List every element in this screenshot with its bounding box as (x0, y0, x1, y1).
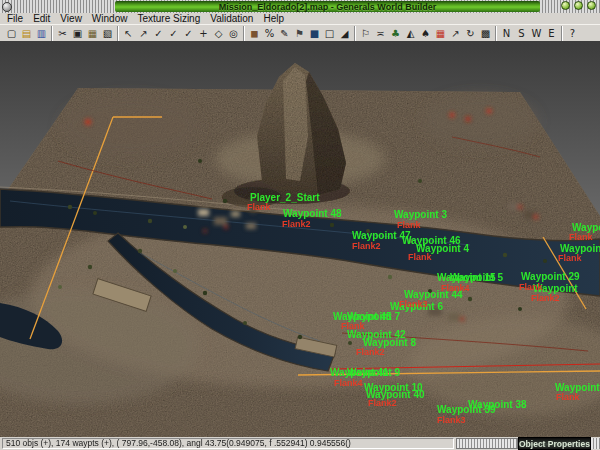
team-label[interactable]: Flank (519, 282, 543, 292)
copy-button[interactable]: ▣ (70, 26, 85, 41)
fence-tool-button[interactable]: ◭ (403, 26, 418, 41)
look-west-button[interactable]: W (529, 26, 544, 41)
new-map-button[interactable]: ▢ (4, 26, 19, 41)
viewport[interactable]: Player_2_StartWaypoint 48Waypoint 3Waypo… (0, 41, 600, 437)
object-tool-button[interactable]: ♠ (418, 26, 433, 41)
help-tool-button[interactable]: ? (565, 26, 580, 41)
grove-tool-button[interactable]: ⚑ (292, 26, 307, 41)
label-layer: Player_2_StartWaypoint 48Waypoint 3Waypo… (0, 41, 600, 437)
look-north-button[interactable]: N (499, 26, 514, 41)
team-label[interactable]: Flank (247, 202, 271, 212)
dig-tool-button[interactable]: ✓ (181, 26, 196, 41)
move-camera-tool-button[interactable]: ↗ (136, 26, 151, 41)
team-label[interactable]: Flank2 (282, 219, 311, 229)
world-builder-window: Mission_Eldorado[2].map - Generals World… (0, 0, 600, 450)
waypoint-label[interactable]: Waypoint 9 (347, 367, 400, 378)
waypoint-tool-button[interactable]: ⚐ (358, 26, 373, 41)
object-properties-panel[interactable]: Object Properties (518, 437, 591, 450)
team-label[interactable]: Flank2 (531, 293, 560, 303)
waypoint-label[interactable]: Waypoint 38 (468, 399, 527, 410)
menu-window[interactable]: Window (87, 13, 133, 24)
menu-help[interactable]: Help (258, 13, 289, 24)
look-south-button[interactable]: S (514, 26, 529, 41)
menu-view[interactable]: View (55, 13, 87, 24)
paste-button[interactable]: ▦ (85, 26, 100, 41)
menu-validation[interactable]: Validation (205, 13, 258, 24)
maximize-button[interactable] (574, 1, 583, 10)
eyedropper-tool-button[interactable]: ◇ (211, 26, 226, 41)
team-label[interactable]: Flank2 (368, 398, 397, 408)
blend-tool-button[interactable]: % (262, 26, 277, 41)
team-label[interactable]: Flank (556, 392, 580, 402)
menu-texture-sizing[interactable]: Texture Sizing (132, 13, 205, 24)
team-label[interactable]: Flank (569, 232, 593, 242)
draw-road-tool-button[interactable]: ✎ (277, 26, 292, 41)
team-label[interactable]: Flank (558, 253, 582, 263)
team-label[interactable]: Flank (341, 321, 365, 331)
height-brush-tool-button[interactable]: ✓ (151, 26, 166, 41)
move-object-tool-button[interactable]: ↗ (448, 26, 463, 41)
menu-bar: FileEditViewWindowTexture SizingValidati… (0, 13, 600, 24)
texture-copy-tool-button[interactable]: ▦ (433, 26, 448, 41)
ramp-tool-button[interactable]: ◢ (337, 26, 352, 41)
waypoint-label[interactable]: Waypoint 48 (283, 208, 342, 219)
team-label[interactable]: Flank3 (399, 299, 428, 309)
team-label[interactable]: Flank (397, 220, 421, 230)
menu-edit[interactable]: Edit (28, 13, 55, 24)
bridge-tool-button[interactable]: ≍ (373, 26, 388, 41)
water-tool-button[interactable]: ■ (307, 26, 322, 41)
system-menu-button[interactable] (2, 2, 12, 12)
window-title: Mission_Eldorado[2].map - Generals World… (219, 2, 436, 12)
close-button[interactable] (587, 1, 596, 10)
team-label[interactable]: Flank (408, 252, 432, 262)
waypoint-label[interactable]: Waypoint 29 (521, 271, 580, 282)
status-grip-right[interactable] (591, 438, 600, 449)
save-map-button[interactable]: ▥ (34, 26, 49, 41)
grid-tool-button[interactable]: ▩ (478, 26, 493, 41)
status-grip[interactable] (456, 438, 518, 449)
texture-tool-button[interactable]: ◼ (247, 26, 262, 41)
mound-tool-button[interactable]: ✓ (166, 26, 181, 41)
status-bar: 510 objs (+), 174 waypts (+), ( 797.96,-… (0, 437, 600, 450)
print-button[interactable]: ▧ (100, 26, 115, 41)
look-east-button[interactable]: E (544, 26, 559, 41)
cut-button[interactable]: ✂ (55, 26, 70, 41)
open-map-button[interactable]: ▤ (19, 26, 34, 41)
rotate-tool-button[interactable]: ↻ (463, 26, 478, 41)
waypoint-label[interactable]: Waypoint 5 (450, 272, 503, 283)
area-tool-button[interactable]: □ (322, 26, 337, 41)
team-label[interactable]: Flank2 (356, 347, 385, 357)
toolbar: ▢▤▥✂▣▦▧↖↗✓✓✓+◇◎◼%✎⚑■□◢⚐≍♣◭♠▦↗↻▩NSWE? (0, 24, 600, 41)
zoom-tool-button[interactable]: ◎ (226, 26, 241, 41)
waypoint-label[interactable]: Waypoint 3 (394, 209, 447, 220)
add-tool-button[interactable]: + (196, 26, 211, 41)
team-label[interactable]: Flank4 (441, 283, 470, 293)
menu-file[interactable]: File (2, 13, 28, 24)
minimize-button[interactable] (561, 1, 570, 10)
team-label[interactable]: Flank2 (352, 241, 381, 251)
team-label[interactable]: Flank4 (334, 378, 363, 388)
team-label[interactable]: Flank3 (437, 415, 466, 425)
select-tool-button[interactable]: ↖ (121, 26, 136, 41)
title-bar-center: Mission_Eldorado[2].map - Generals World… (115, 1, 540, 12)
title-bar[interactable]: Mission_Eldorado[2].map - Generals World… (0, 0, 600, 13)
tree-tool-button[interactable]: ♣ (388, 26, 403, 41)
status-text: 510 objs (+), 174 waypts (+), ( 797.96,-… (2, 438, 454, 449)
